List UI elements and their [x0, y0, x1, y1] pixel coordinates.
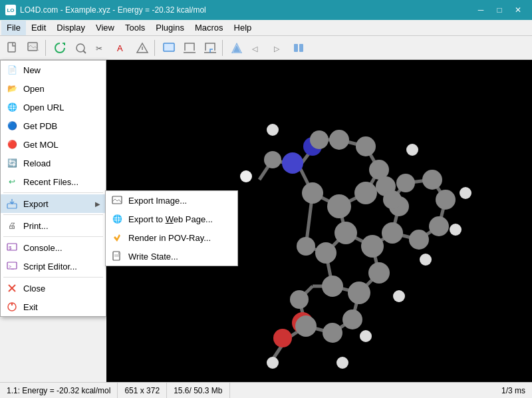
toolbar-btn-13[interactable]: ▷ — [268, 39, 288, 57]
url-icon: 🌐 — [6, 101, 18, 113]
svg-point-81 — [429, 216, 449, 236]
svg-rect-98 — [7, 204, 17, 208]
toolbar-btn-3[interactable] — [50, 39, 70, 57]
svg-point-95 — [360, 330, 372, 342]
svg-point-64 — [361, 235, 384, 258]
menu-item-recent[interactable]: ↩ Recent Files... — [1, 172, 106, 191]
render-pov-icon — [111, 232, 123, 244]
menu-item-get-pdb[interactable]: 🔵 Get PDB — [1, 116, 106, 135]
file-menu-dropdown: 📄 New 📂 Open 🌐 Open URL 🔵 Get PDB 🔴 Get … — [0, 60, 106, 317]
app-logo: LO — [5, 5, 16, 15]
svg-point-69 — [322, 276, 343, 297]
menu-macros[interactable]: Macros — [190, 21, 229, 35]
svg-point-88 — [240, 170, 252, 182]
menu-item-get-mol[interactable]: 🔴 Get MOL — [1, 135, 106, 154]
svg-text:▷: ▷ — [274, 45, 280, 53]
print-icon: 🖨 — [6, 220, 18, 232]
toolbar-btn-6[interactable]: A — [112, 39, 132, 57]
toolbar-btn-11[interactable] — [227, 39, 247, 57]
toolbar-btn-1[interactable] — [3, 39, 23, 57]
export-icon — [6, 198, 18, 210]
svg-point-65 — [315, 242, 336, 264]
toolbar-btn-7[interactable] — [132, 39, 152, 57]
svg-rect-15 — [294, 44, 298, 52]
svg-point-92 — [450, 224, 462, 236]
menu-item-print[interactable]: 🖨 Print... — [1, 216, 106, 235]
reload-icon: 🔄 — [6, 157, 18, 169]
svg-point-84 — [396, 174, 415, 192]
menu-item-new[interactable]: 📄 New — [1, 61, 106, 79]
export-web-item[interactable]: 🌐 Export to Web Page... — [106, 210, 237, 228]
console-icon: $ — [6, 242, 18, 254]
status-memory: 15.6/ 50.3 Mb — [167, 383, 229, 398]
sep-3 — [3, 236, 103, 237]
menu-item-exit[interactable]: Exit — [1, 298, 106, 316]
svg-point-73 — [356, 136, 376, 156]
svg-point-68 — [348, 282, 370, 304]
menu-item-export[interactable]: Export ▶ — [1, 194, 106, 213]
menu-plugins[interactable]: Plugins — [150, 21, 190, 35]
submenu-arrow: ▶ — [95, 200, 100, 208]
export-web-icon: 🌐 — [111, 213, 123, 225]
svg-point-72 — [329, 130, 349, 150]
svg-point-63 — [302, 182, 323, 204]
open-icon: 📂 — [6, 83, 18, 95]
toolbar-btn-4[interactable] — [70, 39, 90, 57]
write-state-icon — [111, 250, 123, 262]
toolbar-btn-9[interactable] — [180, 39, 200, 57]
menu-edit[interactable]: Edit — [26, 21, 51, 35]
toolbar-btn-8[interactable] — [159, 39, 179, 57]
menu-help[interactable]: Help — [229, 21, 257, 35]
svg-text:>_: >_ — [9, 264, 14, 270]
menu-item-open-url[interactable]: 🌐 Open URL — [1, 98, 106, 116]
svg-point-74 — [310, 130, 329, 149]
menu-tools[interactable]: Tools — [120, 21, 150, 35]
recent-icon: ↩ — [6, 176, 18, 188]
minimize-button[interactable]: ─ — [472, 3, 489, 17]
sep-1 — [3, 192, 103, 193]
export-image-item[interactable]: Export Image... — [106, 191, 237, 210]
toolbar-btn-5[interactable]: ✂ — [91, 39, 111, 57]
maximize-button[interactable]: □ — [491, 3, 508, 17]
toolbar-btn-14[interactable] — [289, 39, 309, 57]
menu-item-open[interactable]: 📂 Open — [1, 79, 106, 98]
svg-point-87 — [264, 151, 281, 168]
write-state-item[interactable]: Write State... — [106, 247, 237, 266]
svg-point-67 — [368, 262, 390, 284]
menu-view[interactable]: View — [90, 21, 120, 35]
svg-point-83 — [422, 170, 442, 190]
window-controls: ─ □ ✕ — [472, 3, 527, 17]
menu-item-reload[interactable]: 🔄 Reload — [1, 154, 106, 172]
status-time: 1/3 ms — [495, 383, 532, 398]
menu-file[interactable]: File — [1, 21, 26, 35]
menu-display[interactable]: Display — [51, 21, 90, 35]
menu-item-console[interactable]: $ Console... — [1, 238, 106, 257]
svg-marker-11 — [231, 43, 242, 53]
svg-point-86 — [297, 237, 315, 256]
svg-point-89 — [267, 124, 279, 136]
toolbar-sep-2 — [154, 40, 157, 56]
svg-rect-16 — [299, 44, 303, 52]
status-energy: 1.1: Energy = -20.32 kcal/mol — [0, 383, 118, 398]
close-window-button[interactable]: ✕ — [509, 3, 527, 17]
svg-point-96 — [336, 357, 348, 369]
main-area: Jmol 📄 New 📂 Open 🌐 Open URL 🔵 Get PDB 🔴… — [0, 60, 532, 382]
toolbar-btn-12[interactable]: ◁ — [247, 39, 267, 57]
toolbar-btn-2[interactable] — [23, 39, 43, 57]
menu-bar: File Edit Display View Tools Plugins Mac… — [0, 20, 532, 36]
mol-icon: 🔴 — [6, 138, 18, 150]
status-dimensions: 651 x 372 — [118, 383, 167, 398]
svg-text:$: $ — [9, 245, 12, 251]
svg-text:✂: ✂ — [96, 44, 102, 53]
render-pov-item[interactable]: Render in POV-Ray... — [106, 228, 237, 247]
menu-item-close[interactable]: Close — [1, 279, 106, 298]
exit-icon — [6, 301, 18, 313]
svg-point-97 — [267, 357, 279, 369]
toolbar-btn-10[interactable] — [200, 39, 220, 57]
menu-item-script[interactable]: >_ Script Editor... — [1, 257, 106, 276]
svg-point-85 — [383, 190, 402, 209]
script-icon: >_ — [6, 260, 18, 272]
svg-point-61 — [354, 182, 377, 204]
svg-text:A: A — [117, 43, 123, 53]
svg-point-60 — [327, 194, 351, 218]
